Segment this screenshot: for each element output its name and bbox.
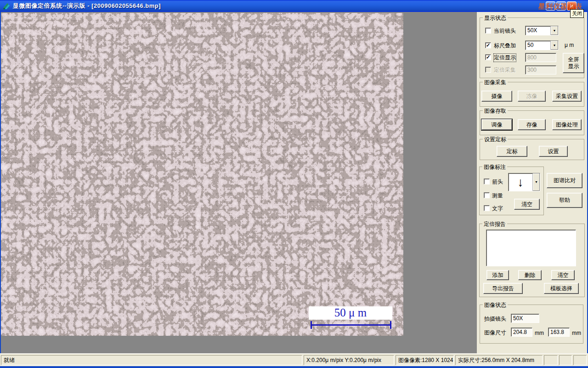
- fixed-capture-field: 300: [525, 65, 556, 75]
- window-title: 显微图像定倍系统--演示版 - [20090602055646.bmp]: [13, 2, 161, 10]
- capture-settings-button[interactable]: 采集设置: [552, 91, 582, 102]
- status-empty-cell: [559, 355, 572, 365]
- titlebar: 显微图像定倍系统--演示版 - [20090602055646.bmp]: [0, 0, 588, 12]
- statusbar: 就绪 X:0.200μ m/pix Y:0.200μ m/pix 图像像素:12…: [0, 353, 588, 366]
- image-status-group-label: 图像状态: [483, 301, 508, 309]
- calibration-settings-button[interactable]: 设置: [539, 146, 568, 157]
- scale-overlay-checkbox[interactable]: ✓: [485, 42, 491, 48]
- current-lens-checkbox[interactable]: [485, 28, 491, 34]
- annotation-group: 图像标注 箭头 ↓ ▼ 测量 文字 清空: [479, 167, 544, 215]
- down-arrow-icon: ↓: [509, 173, 532, 191]
- close-tooltip: 关闭: [570, 9, 584, 18]
- current-lens-label: 当前镜头: [494, 27, 516, 35]
- report-delete-button[interactable]: 删除: [518, 270, 542, 280]
- scale-value-select[interactable]: 50 ▼: [525, 40, 559, 50]
- scale-value: 50: [526, 41, 550, 50]
- current-lens-select[interactable]: 50X ▼: [525, 26, 559, 35]
- status-pixel-scale: X:0.200μ m/pix Y:0.200μ m/pix: [304, 355, 394, 365]
- arrow-checkbox[interactable]: [484, 178, 490, 184]
- status-empty-cell: [573, 355, 587, 365]
- shooting-lens-field: 50X: [511, 314, 539, 323]
- scale-overlay-label: 标尺叠加: [494, 42, 516, 50]
- image-process-button[interactable]: 图像处理: [552, 119, 582, 130]
- status-empty-cell: [544, 355, 558, 365]
- arrow-style-select[interactable]: ↓ ▼: [508, 173, 540, 191]
- calibration-group: 设置定标 定标 设置: [480, 139, 584, 160]
- image-size-label: 图像尺寸: [484, 329, 506, 337]
- export-report-button[interactable]: 导出报告: [483, 283, 523, 294]
- fixed-capture-label: 定倍采集: [494, 66, 516, 74]
- chevron-down-icon[interactable]: ▼: [550, 26, 558, 35]
- report-listbox[interactable]: [486, 230, 576, 266]
- freeze-button[interactable]: 冻像: [518, 91, 546, 102]
- atlas-compare-button[interactable]: 图谱比对: [547, 173, 582, 188]
- app-brush-icon: [2, 2, 10, 10]
- micrograph-canvas[interactable]: 50 μ m: [1, 13, 403, 336]
- fixed-display-label: 定倍显示: [494, 54, 516, 62]
- arrow-checkbox-label: 箭头: [492, 178, 503, 186]
- chevron-down-icon[interactable]: ▼: [550, 41, 558, 50]
- save-image-button[interactable]: 存像: [518, 119, 546, 130]
- fixed-display-field: 800: [525, 53, 556, 62]
- image-capture-group-label: 图像采集: [483, 79, 508, 86]
- scale-unit-label: μ m: [565, 42, 574, 48]
- status-actual-size: 实际尺寸:256.0mm X 204.8mm: [455, 355, 543, 365]
- text-checkbox[interactable]: [484, 205, 490, 211]
- current-lens-value: 50X: [526, 26, 550, 35]
- display-status-group: 显示状态 当前镜头 50X ▼ ✓ 标尺叠加 50 ▼ μ m ✓ 定倍显示 8…: [480, 17, 584, 78]
- load-image-button[interactable]: 调像: [481, 119, 512, 130]
- status-ready: 就绪: [1, 355, 302, 365]
- chevron-down-icon[interactable]: ▼: [532, 173, 540, 191]
- annotation-clear-button[interactable]: 清空: [514, 199, 540, 210]
- report-add-button[interactable]: 添加: [486, 270, 509, 280]
- micrograph-image: [1, 13, 403, 336]
- help-button[interactable]: 帮助: [547, 193, 582, 208]
- fixed-display-checkbox[interactable]: ✓: [485, 54, 491, 60]
- shoot-button[interactable]: 摄像: [481, 91, 512, 102]
- text-checkbox-label: 文字: [492, 205, 503, 213]
- image-height-field: 163.8: [548, 328, 570, 337]
- measure-checkbox-label: 测量: [492, 192, 503, 200]
- image-storage-group: 图像存取 调像 存像 图像处理: [480, 110, 584, 135]
- fixed-capture-checkbox[interactable]: [485, 67, 491, 73]
- template-select-button[interactable]: 模板选择: [544, 283, 579, 294]
- fullscreen-button-line1: 全屏: [568, 56, 579, 63]
- calibrate-button[interactable]: 定标: [497, 146, 527, 157]
- application-window: 显微图像定倍系统--演示版 - [20090602055646.bmp] — ❐…: [0, 0, 588, 368]
- scalebar-label: 50 μ m: [309, 306, 392, 320]
- annotation-group-label: 图像标注: [482, 163, 507, 171]
- image-width-unit: mm: [535, 330, 544, 336]
- image-width-field: 204.8: [511, 328, 532, 337]
- window-border-bottom: [0, 366, 588, 368]
- measure-checkbox[interactable]: [484, 192, 490, 198]
- scalebar-line: [311, 324, 391, 326]
- calibration-group-label: 设置定标: [483, 136, 508, 144]
- image-height-unit: mm: [572, 330, 581, 336]
- report-group: 定倍报告 添加 删除 清空 导出报告 模板选择: [479, 224, 585, 297]
- image-status-group: 图像状态 拍摄镜头 50X 图像尺寸 204.8 mm 163.8 mm: [480, 305, 583, 344]
- status-image-pixels: 图像像素:1280 X 1024: [396, 355, 454, 365]
- shooting-lens-label: 拍摄镜头: [484, 315, 506, 323]
- fullscreen-button[interactable]: 全屏 显示: [563, 53, 584, 73]
- image-storage-group-label: 图像存取: [483, 107, 508, 115]
- fullscreen-button-line2: 显示: [568, 63, 579, 70]
- display-status-group-label: 显示状态: [483, 14, 508, 22]
- report-group-label: 定倍报告: [482, 220, 507, 228]
- image-capture-group: 图像采集 摄像 冻像 采集设置: [480, 82, 584, 107]
- control-panel: 显示状态 当前镜头 50X ▼ ✓ 标尺叠加 50 ▼ μ m ✓ 定倍显示 8…: [477, 12, 587, 353]
- report-clear-button[interactable]: 清空: [551, 270, 575, 280]
